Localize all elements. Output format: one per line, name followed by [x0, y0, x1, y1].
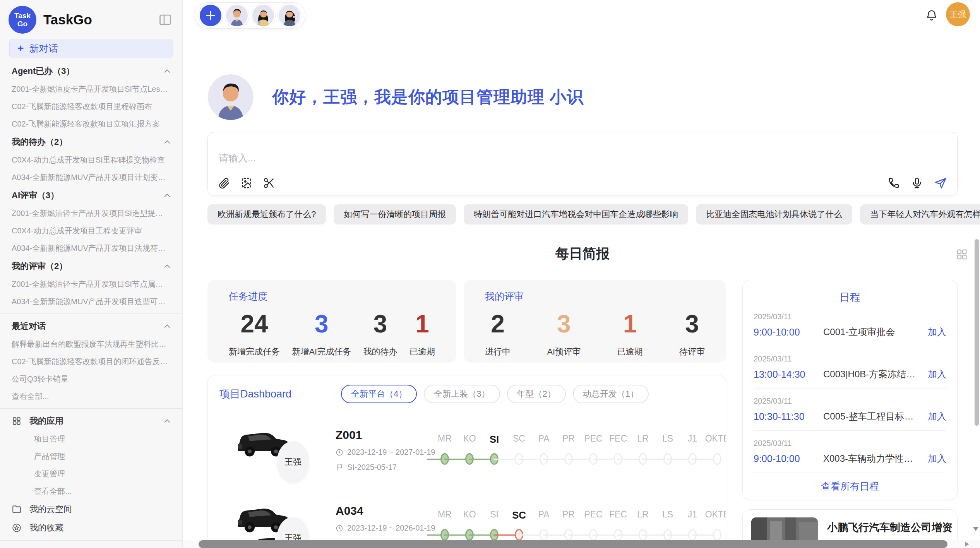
scroll-right-arrow-icon[interactable]: [965, 542, 969, 546]
assistant-avatar-2[interactable]: [252, 5, 274, 26]
sidebar-item-project-mgmt[interactable]: 项目管理: [0, 430, 182, 448]
new-chat-button[interactable]: + 新对话: [9, 39, 173, 58]
chevron-up-icon[interactable]: [164, 264, 171, 269]
event-time: 9:00-10:00: [754, 453, 823, 464]
event-date: 2025/03/11: [754, 312, 946, 321]
user-avatar[interactable]: 王强: [946, 2, 970, 26]
chevron-up-icon[interactable]: [164, 419, 171, 423]
assistant-switcher: [195, 2, 305, 29]
section-agent-done[interactable]: Agent已办（3）: [0, 62, 182, 80]
chevron-up-icon[interactable]: [164, 324, 171, 329]
image-upload-icon[interactable]: [240, 177, 253, 189]
sidebar-item-product-mgmt[interactable]: 产品管理: [0, 448, 182, 465]
list-item[interactable]: A034-全新新能源MUV产品开发项目造型可行性评审: [0, 293, 182, 310]
project-row[interactable]: 王强 Z001 2023-12-19 ~ 2027-01-19 SI-2025-…: [219, 421, 714, 479]
add-assistant-button[interactable]: [200, 5, 221, 26]
milestone-track: MRKOSISCPAPRPECFECLRLSJ1OKTB: [432, 509, 726, 543]
tab-new-body[interactable]: 全新上装（3）: [424, 385, 500, 403]
suggestion-chip[interactable]: 如何写一份清晰的项目周报: [334, 204, 456, 224]
sidebar-collapse-icon[interactable]: [158, 13, 172, 27]
clock-icon: [336, 449, 343, 456]
folder-icon: [12, 504, 22, 514]
milestone-label-MR: MR: [432, 509, 457, 521]
assistant-avatar-1[interactable]: [226, 5, 248, 26]
sidebar-item-ai-super-staff[interactable]: AI超级员工: [0, 544, 182, 548]
section-ai-review[interactable]: AI评审（3）: [0, 186, 182, 205]
view-all-apps[interactable]: 查看全部...: [0, 483, 182, 500]
section-my-review[interactable]: 我的评审（2）: [0, 257, 182, 276]
greeting-text: 你好，王强，我是你的项目管理助理 小识: [272, 86, 584, 108]
chevron-up-icon[interactable]: [164, 69, 171, 74]
layout-grid-icon[interactable]: [955, 248, 968, 261]
stat-my-todo: 3 我的待办: [363, 311, 397, 358]
join-button[interactable]: 加入: [928, 410, 946, 423]
scroll-down-arrow-icon[interactable]: [973, 527, 978, 531]
chevron-up-icon[interactable]: [164, 140, 171, 144]
suggestion-chip[interactable]: 欧洲新规最近颁布了什么?: [207, 204, 326, 224]
microphone-icon[interactable]: [911, 177, 923, 189]
horizontal-scrollbar[interactable]: [199, 540, 947, 548]
send-icon[interactable]: [934, 176, 947, 190]
event-time: 10:30-11:30: [754, 411, 823, 422]
project-dashboard-card: 项目Dashboard 全新平台（4） 全新上装（3） 年型（2） 动总开发（1…: [207, 375, 726, 548]
stat-review-overdue: 1 已逾期: [617, 311, 643, 358]
view-all-chats[interactable]: 查看全部...: [0, 388, 182, 405]
list-item[interactable]: 公司Q3轻卡销量: [0, 370, 182, 388]
list-item[interactable]: C02-飞腾新能源轻客改款项目立项汇报方案: [0, 115, 182, 133]
sidebar-item-favorites[interactable]: 我的收藏: [0, 519, 182, 537]
join-button[interactable]: 加入: [928, 452, 946, 465]
list-item[interactable]: C0X4-动力总成开发项目工程变更评审: [0, 222, 182, 240]
join-button[interactable]: 加入: [928, 368, 946, 380]
stat-overdue: 1 已逾期: [409, 311, 435, 358]
list-item[interactable]: Z001-全新燃油皮卡产品开发项目SI节点Lesson Learn报告: [0, 80, 182, 98]
chevron-up-icon[interactable]: [164, 193, 171, 198]
attachment-icon[interactable]: [218, 177, 230, 189]
milestone-label-KO: KO: [457, 433, 482, 445]
suggestion-chip[interactable]: 特朗普可能对进口汽车增税会对中国车企造成哪些影响: [464, 204, 688, 224]
event-date: 2025/03/11: [754, 397, 946, 406]
schedule-title: 日程: [754, 290, 946, 304]
taskgo-app: Task Go TaskGo + 新对话 Agent已办（3） Z001-全新燃…: [0, 0, 980, 548]
list-item[interactable]: A034-全新新能源MUV产品开发项目计划变更表编写: [0, 169, 182, 186]
stat-ai-done: 3 新增AI完成任务: [292, 311, 351, 358]
suggestion-chip[interactable]: 当下年轻人对汽车外观有怎样的喜好趋势: [860, 204, 980, 224]
sidebar-item-cloud-space[interactable]: 我的云空间: [0, 500, 182, 519]
join-button[interactable]: 加入: [928, 326, 946, 338]
scissors-icon[interactable]: [263, 177, 275, 189]
clock-icon: [336, 524, 343, 532]
tab-new-platform[interactable]: 全新平台（4）: [341, 385, 417, 403]
list-item[interactable]: 解释最新出台的欧盟报废车法规再生塑料比例被调至15%...: [0, 336, 182, 353]
milestone-label-OKTB: OKTB: [705, 433, 726, 445]
star-badge-icon: [12, 523, 22, 533]
list-item[interactable]: A034-全新新能源MUV产品开发项目法规符合性评审: [0, 240, 182, 257]
notification-bell-icon[interactable]: [925, 9, 938, 22]
list-item[interactable]: Z001-全新燃油轻卡产品开发项目SI造型提交物评审: [0, 205, 182, 222]
section-my-todo[interactable]: 我的待办（2）: [0, 133, 182, 151]
assistant-avatar-3[interactable]: [279, 5, 300, 26]
vertical-scrollbar[interactable]: [975, 239, 979, 426]
phone-call-icon[interactable]: [887, 177, 900, 189]
chat-input[interactable]: [218, 138, 947, 176]
stat-pending-review: 3 待评审: [679, 311, 705, 358]
tab-year-model[interactable]: 年型（2）: [507, 385, 566, 403]
section-my-apps[interactable]: 我的应用: [0, 412, 182, 430]
section-title: 我的待办（2）: [12, 136, 67, 148]
tab-powertrain[interactable]: 动总开发（1）: [573, 385, 649, 403]
sidebar-item-change-mgmt[interactable]: 变更管理: [0, 465, 182, 483]
list-item[interactable]: C0X4-动力总成开发项目SI里程碑提交物检查: [0, 151, 182, 169]
list-item[interactable]: C02-飞腾新能源轻客改款项目的闭环通告反馈情况: [0, 353, 182, 370]
schedule-panel: 日程 2025/03/11 9:00-10:00 C001-立项审批会 加入 2…: [742, 280, 958, 500]
milestone-label-SC: SC: [507, 509, 531, 521]
owner-badge: 王强: [277, 441, 309, 483]
milestone-label-OKTB: OKTB: [705, 509, 726, 521]
stat-new-done: 24 新增完成任务: [229, 311, 280, 358]
section-recent-chats[interactable]: 最近对话: [0, 317, 182, 336]
suggestion-chip[interactable]: 比亚迪全固态电池计划具体说了什么: [696, 204, 852, 224]
milestone-label-LR: LR: [630, 509, 655, 521]
view-all-schedule-link[interactable]: 查看所有日程: [754, 480, 946, 493]
milestone-label-J1: J1: [680, 433, 705, 445]
list-item[interactable]: C02-飞腾新能源轻客改款项目里程碑画布: [0, 98, 182, 115]
logo-line-1: Task: [14, 12, 31, 20]
list-item[interactable]: Z001-全新燃油轻卡产品开发项目SI节点属性5D文件评审: [0, 276, 182, 293]
divider: [0, 540, 182, 541]
